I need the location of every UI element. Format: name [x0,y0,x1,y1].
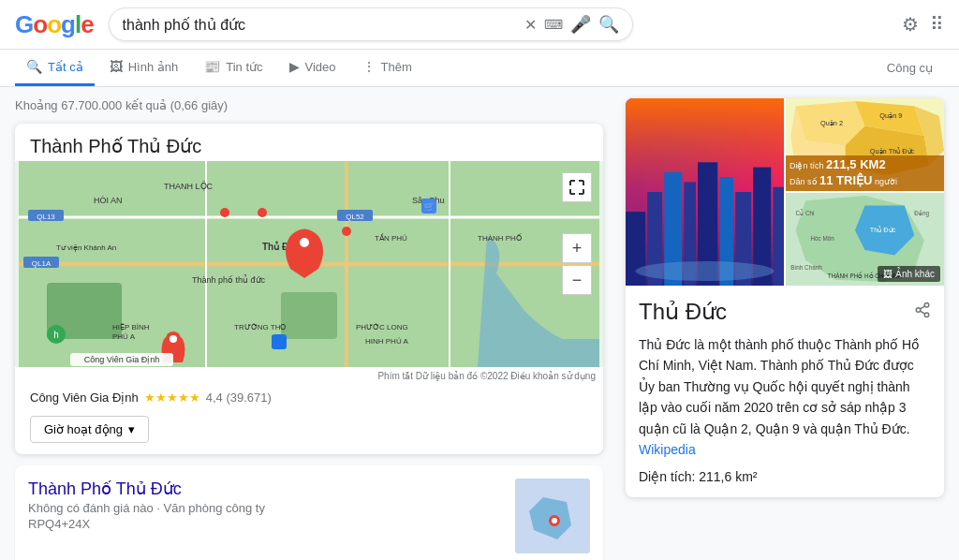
kc-area-stat: Diện tích: 211,6 km² [639,469,931,484]
right-panel: Quận 2 Quận 9 Quận Thủ Đức Diện tích 211… [626,98,944,560]
svg-text:Công Viên Gia Định: Công Viên Gia Định [84,355,159,364]
svg-text:THÀNH PHỐ: THÀNH PHỐ [478,233,522,243]
share-button[interactable] [914,302,931,323]
kc-body: Thủ Đức Thủ Đức là một thành phố thuộc T… [626,286,944,497]
svg-text:TRƯỜNG THỌ: TRƯỜNG THỌ [234,323,286,332]
svg-text:PHƯỚC LONG: PHƯỚC LONG [356,323,408,332]
svg-point-32 [258,208,267,217]
search-input[interactable] [123,16,517,33]
kc-bottom-right-image[interactable]: THÀNH PHỐ HỒ CHÍ MINH Thủ Đức Củ Chi Hóc… [786,193,944,286]
tab-more-label: Thêm [381,60,412,74]
place-rating: Công Viên Gia Định ★★★★★ 4,4 (39.671) [15,385,603,412]
zoom-in-button[interactable]: + [562,233,592,263]
more-photos-label: Ảnh khác [895,269,935,279]
tab-all[interactable]: 🔍 Tất cả [15,50,95,86]
keyboard-button[interactable]: ⌨ [544,17,563,32]
fullscreen-button[interactable] [562,172,592,202]
svg-text:🛒: 🛒 [423,200,435,213]
search-button[interactable]: 🔍 [598,14,619,35]
svg-rect-36 [272,334,287,349]
map-container[interactable]: QL13 QL1A QL52 HÒI AN THANH LỘC Tư viện … [15,161,603,367]
tab-news-label: Tin tức [226,60,262,74]
tab-images-label: Hình ảnh [128,60,179,74]
result-thumbnail-1 [515,479,590,553]
svg-text:Thành phố thủ đức: Thành phố thủ đức [192,274,266,285]
result-title-1[interactable]: Thành Phố Thủ Đức [28,479,504,499]
map-attribution: Phím tắt Dữ liệu bản đồ ©2022 Điều khoản… [15,367,603,385]
hours-button[interactable]: Giờ hoạt động ▾ [30,416,149,443]
svg-text:Quận Thủ Đức: Quận Thủ Đức [870,147,915,155]
kc-main-image[interactable] [626,98,784,286]
svg-text:Đồng: Đồng [914,210,929,217]
header-right: ⚙ ⠿ [902,13,944,36]
more-photos-button[interactable]: 🖼 Ảnh khác [878,266,940,282]
svg-point-31 [220,208,229,217]
svg-text:Thủ Đức: Thủ Đức [870,226,896,234]
svg-text:QL1A: QL1A [32,259,52,268]
map-svg: QL13 QL1A QL52 HÒI AN THANH LỘC Tư viện … [15,161,603,367]
svg-point-38 [300,238,309,247]
news-icon: 📰 [204,59,220,74]
svg-rect-58 [773,187,784,286]
clear-button[interactable]: ✕ [524,16,537,34]
kc-area-label: Diện tích: [639,469,695,484]
svg-point-80 [924,313,929,317]
kc-description: Thủ Đức là một thành phố thuộc Thành phố… [639,334,931,460]
tools-tab[interactable]: Công cụ [876,52,944,84]
svg-rect-7 [281,292,337,339]
svg-text:Bình Chánh: Bình Chánh [790,264,822,271]
map-title: Thành Phố Thủ Đức [15,124,603,161]
svg-text:Củ Chi: Củ Chi [796,209,815,216]
kc-title-row: Thủ Đức [639,299,931,325]
tab-video[interactable]: ▶ Video [278,50,347,86]
tab-all-label: Tất cả [48,60,83,74]
result-item: Thành Phố Thủ Đức Không có đánh giá nào … [15,465,603,560]
kc-top-right-image[interactable]: Quận 2 Quận 9 Quận Thủ Đức Diện tích 211… [786,98,944,191]
svg-text:THANH LỘC: THANH LỘC [164,181,214,191]
svg-text:HINH PHÚ A: HINH PHÚ A [365,337,408,346]
kc-images: Quận 2 Quận 9 Quận Thủ Đức Diện tích 211… [626,98,944,286]
all-icon: 🔍 [26,59,42,74]
kc-title: Thủ Đức [639,299,727,325]
svg-line-82 [920,305,924,308]
svg-text:Hóc Môn: Hóc Môn [810,235,834,242]
svg-point-59 [636,261,775,281]
google-logo: Google [15,10,94,39]
left-column: Khoảng 67.700.000 kết quả (0,66 giây) Th… [15,98,603,560]
svg-point-78 [924,302,929,307]
svg-text:QL52: QL52 [346,213,364,221]
zoom-controls: + − [562,233,592,295]
apps-icon[interactable]: ⠿ [930,13,944,36]
svg-text:Quận 9: Quận 9 [879,111,902,120]
settings-icon[interactable]: ⚙ [902,13,919,36]
kc-area-value: 211,6 km² [699,469,757,484]
hours-label: Giờ hoạt động [44,422,123,436]
tab-news[interactable]: 📰 Tin tức [193,50,273,86]
results-count: Khoảng 67.700.000 kết quả (0,66 giây) [15,98,603,112]
svg-text:TẦN PHÚ: TẦN PHÚ [375,233,407,243]
zoom-out-button[interactable]: − [562,265,592,295]
main-content: Khoảng 67.700.000 kết quả (0,66 giây) Th… [0,87,959,560]
header: Google ✕ ⌨ 🎤 🔍 ⚙ ⠿ [0,0,959,50]
result-code-1: RPQ4+24X [28,517,504,531]
svg-point-79 [916,307,921,312]
mic-button[interactable]: 🎤 [570,14,591,35]
nav-tabs: 🔍 Tất cả 🖼 Hình ảnh 📰 Tin tức ▶ Video ⋮ … [0,50,959,87]
svg-text:h: h [53,330,59,340]
svg-point-33 [342,227,351,236]
stat-overlay-1: Diện tích 211,5 KM2 Dân số 11 TRIỆU ngườ… [786,155,944,191]
hours-chevron-icon: ▾ [128,422,135,436]
result-subtitle-1: Không có đánh giá nào · Văn phòng công t… [28,501,504,515]
rating-count: 4,4 (39.671) [206,391,272,405]
svg-text:HIỆP BÌNH: HIỆP BÌNH [112,323,150,332]
svg-text:HÒI AN: HÒI AN [94,196,123,205]
tab-images[interactable]: 🖼 Hình ảnh [98,50,190,86]
more-photos-icon: 🖼 [883,269,893,279]
svg-text:Quận 2: Quận 2 [820,119,843,127]
wikipedia-link[interactable]: Wikipedia [639,442,696,457]
tab-more[interactable]: ⋮ Thêm [351,50,423,86]
search-bar: ✕ ⌨ 🎤 🔍 [109,7,633,41]
video-icon: ▶ [289,59,300,74]
images-icon: 🖼 [110,59,123,74]
svg-text:Tư viện Khánh An: Tư viện Khánh An [56,243,116,252]
